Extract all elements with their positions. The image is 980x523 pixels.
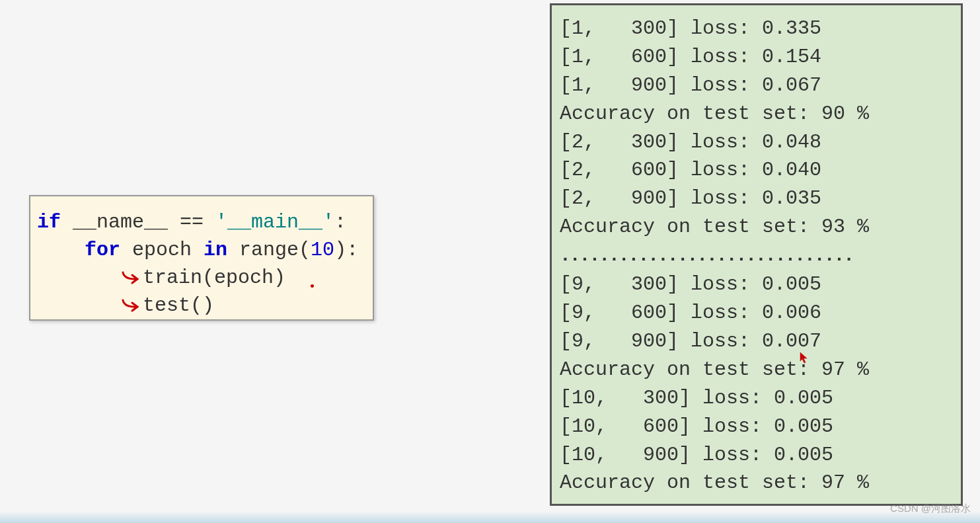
code-line-3: train(epoch) xyxy=(37,264,366,292)
code-block: if __name__ == '__main__': for epoch in … xyxy=(29,195,374,321)
keyword-for: for xyxy=(85,239,120,261)
output-line: [1, 900] loss: 0.067 xyxy=(560,71,953,100)
output-line: Accuracy on test set: 93 % xyxy=(560,213,953,241)
arrow-icon xyxy=(120,270,145,286)
annotation-dot xyxy=(311,284,314,288)
output-line: Accuracy on test set: 90 % xyxy=(560,100,953,128)
code-line-1: if __name__ == '__main__': xyxy=(37,208,366,236)
keyword-if: if xyxy=(37,211,61,233)
number-10: 10 xyxy=(311,239,334,261)
output-line: [2, 900] loss: 0.035 xyxy=(560,184,953,213)
code-line-4: test() xyxy=(37,292,366,319)
output-line: [1, 300] loss: 0.335 xyxy=(560,15,953,43)
output-line: [9, 900] loss: 0.007 xyxy=(560,327,953,356)
string-main: '__main__' xyxy=(215,211,334,233)
output-line: [9, 300] loss: 0.005 xyxy=(560,270,953,299)
output-line: [9, 600] loss: 0.006 xyxy=(560,299,953,327)
keyword-in: in xyxy=(204,239,227,261)
output-line: [10, 900] loss: 0.005 xyxy=(560,441,953,469)
output-ellipsis: .............................. xyxy=(560,241,953,270)
cursor-icon xyxy=(800,352,809,364)
output-line: [2, 600] loss: 0.040 xyxy=(560,156,953,184)
output-line: Accuracy on test set: 97 % xyxy=(560,356,953,384)
output-line: [1, 600] loss: 0.154 xyxy=(560,43,953,71)
output-line: [10, 600] loss: 0.005 xyxy=(560,413,953,441)
output-line: [2, 300] loss: 0.048 xyxy=(560,128,953,157)
output-block: [1, 300] loss: 0.335 [1, 600] loss: 0.15… xyxy=(550,3,963,506)
output-line: Accuracy on test set: 97 % xyxy=(560,469,953,497)
arrow-icon xyxy=(120,298,145,313)
output-line: [10, 300] loss: 0.005 xyxy=(560,384,953,413)
bottom-decoration xyxy=(0,511,980,523)
watermark-text: CSDN @河图洛水 xyxy=(890,503,971,515)
code-line-2: for epoch in range(10): xyxy=(37,236,366,264)
